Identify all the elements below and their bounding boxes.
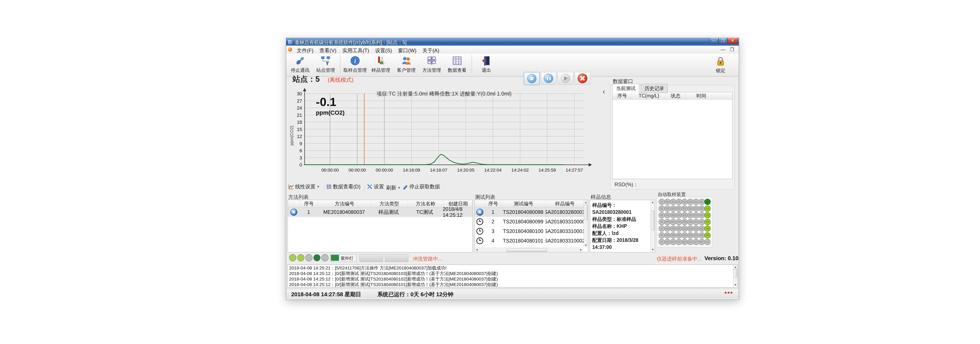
sampler-position-G4[interactable]: G4 xyxy=(670,219,676,225)
sampler-position-B3[interactable]: B3 xyxy=(699,212,705,218)
sampler-position-D3[interactable]: D3 xyxy=(687,212,694,218)
sampler-position-G3[interactable]: G3 xyxy=(670,212,676,218)
toolbar-button-数据查看[interactable]: 数据查看 xyxy=(444,54,470,75)
sampler-position-I7[interactable]: I7 xyxy=(659,239,665,245)
sampler-position-G7[interactable]: G7 xyxy=(670,239,676,245)
log-scrollbar[interactable]: ▲▼ xyxy=(733,265,738,287)
sampler-position-G2[interactable]: G2 xyxy=(670,206,676,212)
sampler-position-I5[interactable]: I5 xyxy=(659,226,665,232)
sampler-position-G6[interactable]: G6 xyxy=(670,232,676,238)
sampler-position-E5[interactable]: E5 xyxy=(681,226,688,232)
sampler-position-B5[interactable]: B5 xyxy=(699,226,705,232)
sampler-position-C1[interactable]: C1 xyxy=(693,199,699,205)
sampler-position-C3[interactable]: C3 xyxy=(693,212,699,218)
collapse-panel-arrow-icon[interactable]: ‹ xyxy=(603,87,605,96)
sampler-position-D1[interactable]: D1 xyxy=(687,199,694,205)
sampler-position-B6[interactable]: B6 xyxy=(699,232,705,238)
pause-test-button[interactable] xyxy=(541,72,557,85)
sampler-position-H6[interactable]: H6 xyxy=(664,232,670,238)
sampler-position-E3[interactable]: E3 xyxy=(681,212,688,218)
minimize-button[interactable]: — xyxy=(710,38,719,44)
sampler-position-D5[interactable]: D5 xyxy=(687,226,694,232)
test-row[interactable]: 2TS201804080099SA201803310000 xyxy=(474,217,584,227)
chart-tool-数据查看(D)[interactable]: 数据查看(D) xyxy=(326,183,360,190)
start-test-button[interactable] xyxy=(558,72,573,85)
sampler-position-E4[interactable]: E4 xyxy=(681,219,688,225)
sampler-position-C2[interactable]: C2 xyxy=(693,206,699,212)
sampler-position-A3[interactable]: A3 xyxy=(705,212,711,218)
sampler-position-G5[interactable]: G5 xyxy=(670,226,676,232)
toolbar-button-站点管理[interactable]: 站点管理 xyxy=(313,54,338,75)
mdi-minimize-button[interactable]: — xyxy=(721,47,725,53)
sampler-position-D7[interactable]: D7 xyxy=(687,239,694,245)
sampler-position-F3[interactable]: F3 xyxy=(676,212,682,218)
chart-tool-刷新[interactable]: 刷新▼ xyxy=(386,184,401,191)
mdi-restore-button[interactable]: ❐ xyxy=(730,47,734,53)
sampler-position-E1[interactable]: E1 xyxy=(681,199,688,205)
sampler-position-E6[interactable]: E6 xyxy=(681,232,688,238)
maximize-button[interactable]: ❐ xyxy=(719,38,727,44)
sampler-position-I6[interactable]: I6 xyxy=(659,232,665,238)
sampler-position-H1[interactable]: H1 xyxy=(664,199,670,205)
sampler-position-C5[interactable]: C5 xyxy=(693,226,699,232)
sampler-position-B1[interactable]: B1 xyxy=(699,199,705,205)
sampler-position-D2[interactable]: D2 xyxy=(687,206,694,212)
sampler-position-F6[interactable]: F6 xyxy=(676,232,682,238)
sampler-position-H7[interactable]: H7 xyxy=(664,239,670,245)
sampler-position-E7[interactable]: E7 xyxy=(681,239,688,245)
sampler-position-B4[interactable]: B4 xyxy=(699,219,705,225)
chart-tool-停止获取数据[interactable]: 停止获取数据 xyxy=(402,183,440,190)
toolbar-button-取样点管理[interactable]: i取样点管理 xyxy=(342,54,368,75)
test-row[interactable]: 3TS201804080100SA201803310001 xyxy=(474,227,584,236)
sampler-position-A1[interactable]: A1 xyxy=(705,199,711,205)
sampler-position-A4[interactable]: A4 xyxy=(705,219,711,225)
method-row[interactable]: 1ME201804080037样品测试TC测试2018/4/8 14:25:12 xyxy=(288,208,473,217)
sampler-position-F4[interactable]: F4 xyxy=(676,219,682,225)
sampler-position-B7[interactable]: B7 xyxy=(699,239,705,245)
sampler-position-C4[interactable]: C4 xyxy=(693,219,699,225)
data-window-table: 序号 TC(mg/L) 状态 时间 xyxy=(612,92,732,179)
toolbar-button-客户管理[interactable]: 客户管理 xyxy=(393,54,419,75)
sampler-position-F7[interactable]: F7 xyxy=(676,239,682,245)
toolbar-button-退出[interactable]: 退出 xyxy=(474,54,499,75)
sampler-position-I4[interactable]: I4 xyxy=(659,219,665,225)
sampler-position-A2[interactable]: A2 xyxy=(705,206,711,212)
toolbar-button-停止通讯[interactable]: 停止通讯 xyxy=(288,54,313,75)
close-button[interactable]: ✕ xyxy=(727,38,738,44)
test-list-vscrollbar[interactable]: ▲▼ xyxy=(584,200,588,247)
sampler-position-G1[interactable]: G1 xyxy=(670,199,676,205)
sampler-position-E2[interactable]: E2 xyxy=(681,206,688,212)
sampler-position-H3[interactable]: H3 xyxy=(664,212,670,218)
chart-tool-设置[interactable]: 设置 xyxy=(367,183,384,190)
sampler-position-C7[interactable]: C7 xyxy=(693,239,699,245)
sampler-position-I2[interactable]: I2 xyxy=(659,206,665,212)
sampler-position-H2[interactable]: H2 xyxy=(664,206,670,212)
toolbar-button-样品管理[interactable]: 样品管理 xyxy=(368,54,393,75)
sampler-position-H4[interactable]: H4 xyxy=(664,219,670,225)
sample-info-scrollbar[interactable]: ▲▼ xyxy=(651,200,655,252)
sampler-position-A7[interactable]: A7 xyxy=(705,239,711,245)
sampler-position-B2[interactable]: B2 xyxy=(699,206,705,212)
sampler-position-I1[interactable]: I1 xyxy=(659,199,665,205)
title-bar[interactable]: 泰林总有机碳分析系统软件[zr(yb/h)系列] - [站点：5] — ❐ ✕ xyxy=(286,38,739,46)
sampler-position-H5[interactable]: H5 xyxy=(664,226,670,232)
sampler-position-I3[interactable]: I3 xyxy=(659,212,665,218)
cancel-test-button[interactable] xyxy=(574,72,590,85)
sampler-position-C6[interactable]: C6 xyxy=(693,232,699,238)
test-list-hscrollbar[interactable]: ◄ ► xyxy=(474,248,583,252)
sampler-position-D4[interactable]: D4 xyxy=(687,219,694,225)
tab-history[interactable]: 历史记录 xyxy=(641,84,668,93)
lock-button[interactable]: 锁定 xyxy=(708,54,733,75)
stop-test-button[interactable] xyxy=(524,72,540,85)
sampler-position-A6[interactable]: A6 xyxy=(705,232,711,238)
test-row[interactable]: 4TS201804080101SA201803310002 xyxy=(474,236,584,246)
sampler-position-F2[interactable]: F2 xyxy=(676,206,682,212)
tab-current-test[interactable]: 当前测试 xyxy=(612,84,639,93)
sampler-position-A5[interactable]: A5 xyxy=(705,226,711,232)
sampler-position-F1[interactable]: F1 xyxy=(676,199,682,205)
sampler-position-D6[interactable]: D6 xyxy=(687,232,694,238)
chart-tool-线性设置[interactable]: 线性设置▼ xyxy=(288,183,320,190)
test-row[interactable]: 1TS201804080098SA201803280001 xyxy=(474,208,584,217)
toolbar-button-方法管理[interactable]: 方法管理 xyxy=(419,54,444,75)
sampler-position-F5[interactable]: F5 xyxy=(676,226,682,232)
